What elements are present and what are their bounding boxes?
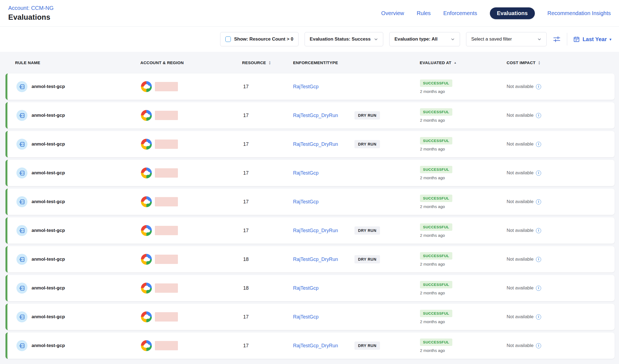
svg-text:</>: </>	[20, 114, 24, 117]
resource-count-cell: 17	[240, 170, 286, 176]
nav-tab-recommendation-insights[interactable]: Recommendation Insights	[547, 10, 611, 16]
enforcement-cell: RajTestGcp	[286, 199, 417, 205]
chevron-down-icon	[451, 37, 455, 41]
account-region-cell	[138, 254, 240, 265]
nav-tab-rules[interactable]: Rules	[417, 10, 431, 16]
evaluation-type-dropdown[interactable]: Evaluation type: All	[389, 32, 460, 46]
cost-impact-cell: Not available i	[504, 170, 615, 176]
rule-avatar: </>	[16, 110, 27, 121]
saved-filter-dropdown[interactable]: Select a saved filter	[466, 32, 547, 46]
info-icon[interactable]: i	[536, 343, 541, 348]
gcp-cloud-icon	[141, 81, 152, 92]
column-header-resource: RESOURCE ▲▼	[240, 60, 286, 65]
info-icon[interactable]: i	[536, 84, 541, 89]
evaluated-at-cell: SUCCESSFUL 2 months ago	[417, 281, 504, 295]
evaluated-at-cell: SUCCESSFUL 2 months ago	[417, 166, 504, 180]
table-row[interactable]: </> anmol-test-gcp 18 RajTestGcp	[5, 275, 615, 301]
enforcement-link[interactable]: RajTestGcp_DryRun	[293, 343, 338, 349]
status-badge: SUCCESSFUL	[420, 195, 452, 202]
enforcement-cell: RajTestGcp_DryRun DRY RUN	[286, 140, 417, 148]
resource-count: 17	[243, 343, 249, 348]
rule-avatar: </>	[16, 225, 27, 236]
sort-icon[interactable]: ▲▼	[268, 61, 271, 65]
date-range-picker[interactable]: Last Year ▾	[573, 36, 611, 42]
info-icon[interactable]: i	[536, 142, 541, 147]
rule-avatar: </>	[16, 283, 27, 294]
resource-count: 17	[243, 199, 249, 204]
resource-count: 18	[243, 285, 249, 291]
rule-name: anmol-test-gcp	[32, 141, 65, 147]
table-row[interactable]: </> anmol-test-gcp 17 RajTestGcp	[5, 304, 615, 330]
account-region-cell	[138, 167, 240, 179]
nav-tab-overview[interactable]: Overview	[381, 10, 404, 16]
account-region-cell	[138, 138, 240, 150]
gcp-cloud-icon	[141, 196, 152, 207]
status-badge: SUCCESSFUL	[420, 339, 452, 346]
table-row[interactable]: </> anmol-test-gcp 17 RajTestGcp	[5, 189, 615, 215]
gcp-cloud-icon	[141, 311, 152, 323]
rule-name-cell: </> anmol-test-gcp	[7, 254, 138, 265]
svg-text:</>: </>	[20, 85, 24, 88]
table-row[interactable]: </> anmol-test-gcp 18 RajTestGcp_DryRun	[5, 246, 615, 272]
sort-ascending-icon[interactable]: ▲	[454, 61, 457, 64]
resource-count: 17	[243, 228, 249, 233]
caret-down-icon: ▾	[609, 37, 611, 41]
enforcement-link[interactable]: RajTestGcp	[293, 170, 319, 176]
enforcement-cell: RajTestGcp	[286, 314, 417, 320]
info-icon[interactable]: i	[536, 170, 541, 176]
redacted-account-id	[155, 283, 178, 293]
evaluated-at-cell: SUCCESSFUL 2 months ago	[417, 252, 504, 266]
evaluated-at-cell: SUCCESSFUL 2 months ago	[417, 108, 504, 123]
account-breadcrumb-link[interactable]: Account: CCM-NG	[8, 5, 54, 11]
table-row[interactable]: </> anmol-test-gcp 17 RajTestGcp	[5, 73, 615, 100]
evaluation-status-dropdown[interactable]: Evaluation Status: Success	[305, 32, 383, 46]
enforcement-link[interactable]: RajTestGcp	[293, 84, 319, 90]
enforcement-link[interactable]: RajTestGcp_DryRun	[293, 228, 338, 234]
resource-count-cell: 17	[240, 113, 286, 118]
table-row[interactable]: </> anmol-test-gcp 17 RajTestGcp_DryRun	[5, 131, 615, 157]
table-row[interactable]: </> anmol-test-gcp 17 RajTestGcp	[5, 160, 615, 186]
calendar-icon	[573, 36, 580, 42]
table-row[interactable]: </> anmol-test-gcp 17 RajTestGcp_DryRun	[5, 217, 615, 244]
info-icon[interactable]: i	[536, 113, 541, 118]
rule-code-icon: </>	[19, 199, 25, 205]
gcp-cloud-icon	[141, 340, 152, 351]
info-icon[interactable]: i	[536, 286, 541, 291]
rule-code-icon: </>	[19, 170, 25, 176]
rule-name-cell: </> anmol-test-gcp	[7, 225, 138, 236]
resource-count-checkbox[interactable]	[225, 36, 231, 42]
table-row[interactable]: </> anmol-test-gcp 17 RajTestGcp_DryRun	[5, 102, 615, 129]
filter-settings-button[interactable]	[553, 35, 561, 43]
dry-run-badge: DRY RUN	[354, 226, 380, 235]
top-nav: Overview Rules Enforcements Evaluations …	[381, 7, 611, 19]
svg-text:</>: </>	[20, 344, 24, 347]
table-row[interactable]: </> anmol-test-gcp 17 RajTestGcp_DryRun	[5, 332, 615, 359]
enforcement-link[interactable]: RajTestGcp	[293, 285, 319, 291]
svg-text:</>: </>	[20, 172, 24, 174]
evaluated-at-cell: SUCCESSFUL 2 months ago	[417, 310, 504, 324]
evaluated-at-cell: SUCCESSFUL 2 months ago	[417, 223, 504, 238]
filter-bar: Show: Resource Count > 0 Evaluation Stat…	[0, 27, 619, 52]
enforcement-link[interactable]: RajTestGcp_DryRun	[293, 141, 338, 147]
nav-tab-evaluations-active[interactable]: Evaluations	[490, 7, 535, 19]
enforcement-link[interactable]: RajTestGcp_DryRun	[293, 257, 338, 262]
resource-count: 17	[243, 84, 249, 89]
resource-count-filter-toggle[interactable]: Show: Resource Count > 0	[220, 32, 299, 46]
sort-icon[interactable]: ▲▼	[538, 61, 541, 65]
account-region-cell	[138, 225, 240, 236]
vertical-divider	[567, 33, 567, 46]
svg-text:</>: </>	[20, 229, 24, 232]
evaluated-time: 2 months ago	[420, 175, 504, 180]
cost-impact-cell: Not available i	[504, 141, 615, 147]
redacted-account-id	[155, 197, 178, 206]
info-icon[interactable]: i	[536, 228, 541, 233]
info-icon[interactable]: i	[536, 199, 541, 204]
enforcement-link[interactable]: RajTestGcp	[293, 199, 319, 205]
cost-impact-value: Not available	[507, 285, 533, 291]
enforcement-link[interactable]: RajTestGcp	[293, 314, 319, 320]
column-header-cost-impact: COST IMPACT ▲▼	[504, 60, 615, 65]
enforcement-link[interactable]: RajTestGcp_DryRun	[293, 113, 338, 118]
nav-tab-enforcements[interactable]: Enforcements	[443, 10, 477, 16]
info-icon[interactable]: i	[536, 257, 541, 262]
info-icon[interactable]: i	[536, 314, 541, 320]
